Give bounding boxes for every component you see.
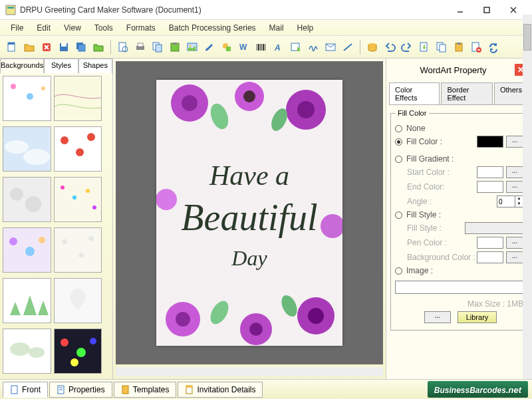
clipboard-icon[interactable]	[451, 39, 467, 55]
export-icon[interactable]	[90, 39, 106, 55]
radio-gradient[interactable]	[395, 156, 402, 163]
tab-front[interactable]: Front	[3, 382, 48, 398]
new-doc-icon[interactable]	[4, 39, 20, 55]
tab-border-effect[interactable]: Border Effect	[441, 82, 493, 104]
image-browse-button: ...	[424, 311, 451, 323]
menu-batch[interactable]: Batch Processing Series	[162, 22, 263, 34]
svg-rect-33	[265, 44, 265, 51]
radio-fillcolor[interactable]	[395, 138, 402, 146]
separator	[360, 40, 360, 55]
insert-image-icon[interactable]	[288, 39, 304, 55]
open-icon[interactable]	[21, 39, 37, 55]
tab-properties[interactable]: Properties	[49, 382, 112, 398]
import-icon[interactable]	[416, 39, 432, 55]
barcode-icon[interactable]	[253, 39, 269, 55]
menu-tools[interactable]: Tools	[88, 22, 120, 34]
signature-icon[interactable]	[305, 39, 321, 55]
redo-icon[interactable]	[399, 39, 415, 55]
bg-thumb[interactable]	[3, 76, 51, 121]
refresh-icon[interactable]	[485, 39, 501, 55]
copy-icon[interactable]	[150, 39, 166, 55]
shape-icon[interactable]	[219, 39, 235, 55]
bg-thumb[interactable]	[54, 177, 102, 222]
print-icon[interactable]	[132, 39, 148, 55]
titlebar: DRPU Greeting Card Maker Software (Docum…	[0, 0, 532, 20]
bgcolor-browse: ...	[506, 251, 523, 263]
tab-styles[interactable]: Styles	[44, 59, 78, 73]
left-tabs: Backgrounds Styles Shapes	[0, 59, 112, 73]
duplicate-icon[interactable]	[434, 39, 450, 55]
bg-thumb[interactable]	[54, 76, 102, 121]
app-icon	[5, 5, 16, 15]
bg-thumb[interactable]	[3, 227, 51, 273]
card-line-3[interactable]: Day	[156, 246, 342, 271]
save-all-icon[interactable]	[73, 39, 89, 55]
bg-thumb[interactable]	[54, 126, 102, 172]
bg-thumb[interactable]	[3, 329, 51, 374]
radio-none[interactable]	[395, 125, 402, 132]
svg-rect-74	[3, 279, 51, 323]
database-icon[interactable]	[364, 39, 380, 55]
tab-color-effects[interactable]: Color Effects	[389, 82, 440, 104]
print-preview-icon[interactable]	[115, 39, 131, 55]
tab-invitation[interactable]: Invitation Details	[178, 382, 263, 398]
card-line-2[interactable]: Beautiful	[156, 196, 342, 239]
fillstyle-combo	[465, 222, 524, 234]
property-tabs: Color Effects Border Effect Others	[389, 82, 529, 105]
svg-point-59	[10, 188, 23, 201]
svg-point-99	[279, 293, 300, 319]
line-icon[interactable]	[340, 39, 356, 55]
tab-backgrounds[interactable]: Backgrounds	[0, 59, 44, 73]
label-angle: Angle :	[407, 197, 497, 206]
menu-mail[interactable]: Mail	[263, 22, 291, 34]
paste-icon[interactable]	[167, 39, 183, 55]
svg-rect-14	[78, 45, 85, 51]
startcolor-swatch	[477, 166, 503, 178]
bg-thumb[interactable]	[3, 278, 51, 323]
menu-file[interactable]: File	[4, 22, 30, 34]
fillcolor-browse[interactable]: ...	[506, 136, 523, 148]
minimize-button[interactable]	[447, 1, 473, 19]
menu-formats[interactable]: Formats	[120, 22, 162, 34]
text-effect-icon[interactable]: W	[236, 39, 252, 55]
library-button[interactable]: Library	[458, 311, 497, 323]
tab-shapes[interactable]: Shapes	[78, 59, 112, 73]
brush-icon[interactable]	[201, 39, 217, 55]
maximize-button[interactable]	[473, 1, 500, 19]
horizontal-scrollbar[interactable]	[116, 367, 383, 376]
menu-edit[interactable]: Edit	[30, 22, 57, 34]
bg-thumb[interactable]	[3, 177, 51, 222]
label-fillstyle2: Fill Style :	[407, 223, 465, 233]
bg-thumb[interactable]	[54, 329, 102, 374]
menu-help[interactable]: Help	[291, 22, 321, 34]
left-scrollbar[interactable]	[523, 15, 532, 399]
svg-point-60	[25, 196, 41, 212]
radio-fillstyle[interactable]	[395, 211, 402, 219]
label-startcolor: Start Color :	[407, 168, 477, 177]
endcolor-browse: ...	[506, 181, 523, 193]
menu-view[interactable]: View	[57, 22, 88, 34]
undo-icon[interactable]	[382, 39, 398, 55]
max-size-label: Max Size : 1MB	[467, 299, 523, 309]
tab-templates[interactable]: Templates	[114, 382, 177, 398]
delete-icon[interactable]	[39, 39, 55, 55]
bg-thumb[interactable]: ❄❄❄	[54, 227, 102, 273]
remove-icon[interactable]	[468, 39, 484, 55]
mail-icon[interactable]	[323, 39, 338, 55]
save-icon[interactable]	[56, 39, 72, 55]
card-line-1[interactable]: Have a	[156, 160, 342, 192]
menubar: File Edit View Tools Formats Batch Proce…	[0, 20, 532, 36]
fillcolor-swatch[interactable]	[477, 136, 503, 148]
properties-icon	[57, 385, 66, 394]
font-icon[interactable]: A	[271, 39, 287, 55]
image-icon[interactable]	[184, 39, 200, 55]
svg-text:W: W	[239, 43, 247, 52]
radio-image[interactable]	[395, 267, 402, 275]
canvas[interactable]: Have a Beautiful Day	[116, 61, 383, 364]
greeting-card[interactable]: Have a Beautiful Day	[156, 80, 342, 346]
image-path-input	[395, 281, 523, 294]
bg-thumb[interactable]	[54, 278, 102, 323]
svg-rect-102	[11, 386, 17, 394]
background-grid: ❄❄❄	[0, 73, 112, 379]
bg-thumb[interactable]	[3, 126, 51, 172]
